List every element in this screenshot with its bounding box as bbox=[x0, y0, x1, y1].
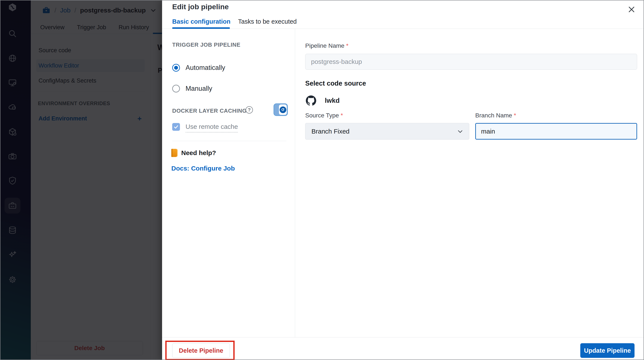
repo-name: lwkd bbox=[325, 97, 340, 104]
book-icon bbox=[171, 149, 178, 157]
modal-right-column: Pipeline Name * Select code source lwkd … bbox=[295, 29, 644, 337]
checkbox-label: Use remote cache bbox=[186, 123, 238, 132]
selected-value: Branch Fixed bbox=[312, 128, 350, 135]
checkbox-checked-icon bbox=[172, 123, 180, 131]
required-asterisk: * bbox=[514, 112, 516, 119]
branch-name-label: Branch Name * bbox=[475, 112, 516, 119]
docs-configure-job-link[interactable]: Docs: Configure Job bbox=[171, 165, 235, 172]
required-asterisk: * bbox=[340, 112, 343, 119]
need-help-label: Need help? bbox=[181, 149, 216, 157]
label-text: Source Type bbox=[305, 112, 339, 119]
radio-label: Manually bbox=[186, 85, 212, 92]
github-icon bbox=[306, 95, 316, 106]
edit-job-pipeline-modal: Edit job pipeline Basic configuration Ta… bbox=[162, 0, 644, 360]
radio-trigger-automatically[interactable]: Automatically bbox=[172, 63, 225, 73]
pipeline-name-input bbox=[305, 54, 637, 70]
modal-tabbar: Basic configuration Tasks to be executed bbox=[162, 0, 644, 29]
source-type-label: Source Type * bbox=[305, 112, 343, 119]
use-remote-cache-checkbox[interactable]: Use remote cache bbox=[172, 123, 238, 132]
radio-label: Automatically bbox=[186, 64, 225, 72]
tab-basic-configuration[interactable]: Basic configuration bbox=[172, 18, 230, 25]
modal-footer: Delete Pipeline Update Pipeline bbox=[162, 337, 644, 360]
active-tab-underline bbox=[172, 27, 230, 29]
toggle-state-icon bbox=[280, 106, 286, 113]
need-help-row: Need help? bbox=[171, 149, 216, 157]
source-type-select[interactable]: Branch Fixed bbox=[305, 123, 469, 140]
docker-layer-caching-header: DOCKER LAYER CACHING bbox=[172, 107, 247, 114]
modal-backdrop[interactable] bbox=[0, 0, 162, 360]
label-text: Pipeline Name bbox=[305, 42, 344, 49]
divider bbox=[172, 141, 286, 141]
select-code-source-header: Select code source bbox=[305, 80, 366, 87]
radio-selected-icon bbox=[172, 64, 180, 72]
code-source-repo: lwkd bbox=[306, 95, 340, 106]
docker-layer-caching-toggle[interactable] bbox=[274, 103, 288, 116]
delete-pipeline-button[interactable]: Delete Pipeline bbox=[172, 343, 230, 358]
branch-name-input[interactable] bbox=[475, 123, 637, 140]
label-text: Branch Name bbox=[475, 112, 512, 119]
radio-trigger-manually[interactable]: Manually bbox=[172, 84, 212, 93]
tab-tasks-to-be-executed[interactable]: Tasks to be executed bbox=[238, 18, 296, 25]
help-question-icon[interactable]: ? bbox=[246, 106, 253, 114]
required-asterisk: * bbox=[346, 42, 348, 49]
update-pipeline-button[interactable]: Update Pipeline bbox=[580, 343, 634, 358]
chevron-down-icon bbox=[456, 128, 464, 135]
trigger-job-pipeline-header: TRIGGER JOB PIPELINE bbox=[172, 41, 240, 48]
radio-unselected-icon bbox=[172, 85, 180, 92]
modal-left-column: TRIGGER JOB PIPELINE Automatically Manua… bbox=[162, 29, 295, 337]
pipeline-name-label: Pipeline Name * bbox=[305, 42, 348, 49]
toggle-thumb bbox=[279, 104, 287, 115]
